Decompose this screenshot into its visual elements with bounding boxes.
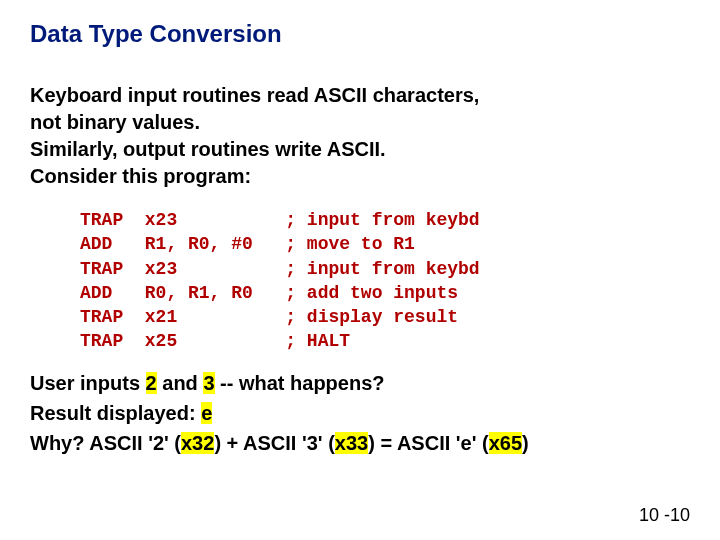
followup-block: User inputs 2 and 3 -- what happens? Res… (30, 368, 690, 458)
intro-line-2: not binary values. (30, 111, 200, 133)
result-line: Result displayed: e (30, 398, 690, 428)
intro-line-4: Consider this program: (30, 165, 251, 187)
q-hl-1: 2 (146, 372, 157, 394)
q-pre: User inputs (30, 372, 146, 394)
why-mid1: ) + ASCII '3' ( (214, 432, 334, 454)
why-post: ) (522, 432, 529, 454)
r-pre: Result displayed: (30, 402, 201, 424)
page-number: 10 -10 (639, 505, 690, 526)
why-hl-2: x33 (335, 432, 368, 454)
slide: Data Type Conversion Keyboard input rout… (0, 0, 720, 540)
why-line: Why? ASCII '2' (x32) + ASCII '3' (x33) =… (30, 428, 690, 458)
r-hl: e (201, 402, 212, 424)
why-pre: Why? ASCII '2' ( (30, 432, 181, 454)
q-post: -- what happens? (215, 372, 385, 394)
q-mid: and (157, 372, 204, 394)
intro-line-3: Similarly, output routines write ASCII. (30, 138, 386, 160)
why-hl-3: x65 (489, 432, 522, 454)
q-hl-2: 3 (203, 372, 214, 394)
intro-line-1: Keyboard input routines read ASCII chara… (30, 84, 479, 106)
slide-title: Data Type Conversion (30, 20, 690, 48)
intro-paragraph: Keyboard input routines read ASCII chara… (30, 82, 690, 190)
code-block: TRAP x23 ; input from keybd ADD R1, R0, … (80, 208, 690, 354)
why-mid2: ) = ASCII 'e' ( (368, 432, 488, 454)
why-hl-1: x32 (181, 432, 214, 454)
question-line: User inputs 2 and 3 -- what happens? (30, 368, 690, 398)
